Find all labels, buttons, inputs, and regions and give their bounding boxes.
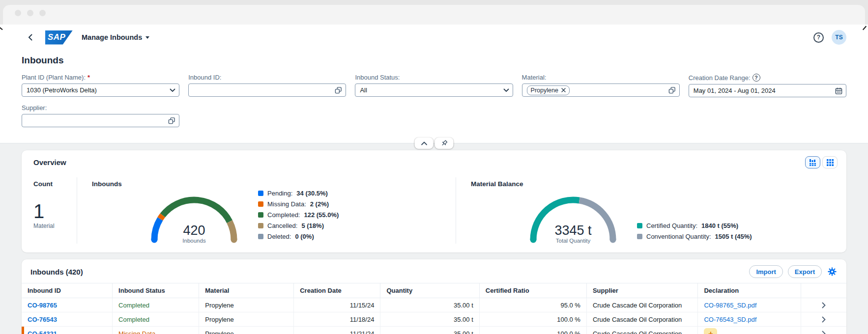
material-balance-gauge-svg: [524, 189, 622, 244]
legend-swatch: [637, 223, 642, 228]
legend-item: Pending: 34 (30.5%): [258, 188, 339, 198]
supplier-cell: Crude Cascade Oil Corporation: [586, 298, 698, 312]
back-button[interactable]: [24, 31, 36, 44]
filter-supplier-label: Supplier:: [22, 104, 179, 111]
pin-filter-button[interactable]: [435, 138, 454, 149]
calendar-icon[interactable]: [835, 87, 842, 94]
filter-material: Material: Propylene: [522, 74, 680, 97]
question-circle-icon[interactable]: ?: [752, 74, 760, 82]
legend-swatch: [258, 201, 263, 207]
creation-date-cell: 11/15/24: [294, 298, 380, 312]
gear-icon: [828, 267, 837, 276]
inbound-id-link[interactable]: CO-98765: [28, 302, 57, 309]
legend-swatch: [258, 223, 263, 228]
page-title: Inbounds: [22, 55, 846, 66]
material-token-label: Propylene: [531, 87, 558, 94]
chart-table-icon: [809, 159, 817, 166]
inbound-id-link[interactable]: CO-54321: [28, 330, 57, 334]
window-controls[interactable]: [15, 10, 46, 16]
creation-date-value: May 01, 2024 - Aug 01, 2024: [694, 87, 776, 94]
material-balance-donut-gauge: 3345 t Total Quantity: [524, 189, 622, 244]
chart-view-toggle[interactable]: [805, 156, 820, 168]
creation-date-cell: 11/18/24: [294, 312, 380, 327]
chevron-down-icon: [170, 88, 175, 92]
view-toggle: [805, 156, 838, 168]
avatar[interactable]: TS: [832, 30, 846, 45]
column-header[interactable]: Supplier: [586, 283, 698, 298]
quantity-cell: 35.00 t: [380, 327, 479, 334]
column-header[interactable]: Quantity: [380, 283, 479, 298]
settings-button[interactable]: [827, 266, 838, 277]
legend-swatch: [258, 234, 263, 239]
window-dot[interactable]: [15, 10, 21, 16]
inbounds-chart-title: Inbounds: [92, 180, 456, 188]
filter-bar: Inbounds Plant ID (Plant Name): * 1030 (…: [0, 50, 868, 143]
help-button[interactable]: ?: [813, 32, 824, 43]
legend-item: Deleted: 0 (0%): [258, 231, 339, 242]
inbound-id-input[interactable]: [188, 84, 346, 97]
app-title-menu[interactable]: Manage Inbounds: [82, 33, 149, 41]
legend-item: Missing Data: 2 (2%): [258, 198, 339, 209]
legend-value: 34 (30.5%): [296, 190, 328, 197]
plant-select[interactable]: 1030 (PetroWorks Delta): [22, 84, 179, 97]
table-body: CO-98765CompletedPropylene11/15/2435.00 …: [22, 298, 846, 334]
declaration-link[interactable]: CO-98765_SD.pdf: [704, 302, 756, 309]
supplier-cell: Crude Cascade Oil Corporation: [586, 327, 698, 334]
export-button[interactable]: Export: [788, 265, 822, 278]
column-header[interactable]: Declaration: [698, 283, 801, 298]
inbound-status-select[interactable]: All: [355, 84, 513, 97]
legend-value: 122 (55.0%): [304, 211, 339, 219]
row-navigation-chevron[interactable]: [807, 331, 840, 334]
value-help-icon[interactable]: [668, 86, 676, 94]
count-kpi: Count 1 Material: [33, 174, 77, 244]
token-remove-icon[interactable]: [561, 88, 566, 92]
grid-icon: [827, 159, 834, 166]
value-help-icon[interactable]: [335, 86, 342, 94]
creation-date-input[interactable]: May 01, 2024 - Aug 01, 2024: [689, 84, 846, 97]
legend-swatch: [637, 234, 642, 239]
collapse-filter-button[interactable]: [415, 138, 434, 149]
count-kpi-sub: Material: [33, 223, 77, 229]
column-header[interactable]: Inbound ID: [22, 283, 113, 298]
column-header[interactable]: [801, 283, 846, 298]
sap-logo-text: SAP: [48, 32, 65, 42]
filter-material-label: Material:: [522, 74, 680, 81]
table-row[interactable]: CO-76543CompletedPropylene11/18/2435.00 …: [22, 312, 846, 327]
legend-item: Certified Quantity: 1840 t (55%): [637, 220, 752, 231]
value-help-icon[interactable]: [168, 117, 175, 124]
count-kpi-label: Count: [33, 180, 77, 188]
row-navigation-chevron[interactable]: [807, 302, 840, 308]
supplier-cell: Crude Cascade Oil Corporation: [586, 312, 698, 327]
legend-swatch: [258, 191, 263, 196]
inbound-id-link[interactable]: CO-76543: [28, 316, 57, 323]
column-header[interactable]: Inbound Status: [113, 283, 199, 298]
material-multi-input[interactable]: Propylene: [522, 84, 680, 97]
column-header[interactable]: Creation Date: [294, 283, 380, 298]
filter-inbound-id-label: Inbound ID:: [188, 74, 346, 81]
sap-logo: SAP: [45, 30, 73, 45]
add-declaration-button[interactable]: +: [704, 328, 717, 334]
table-row[interactable]: CO-54321Missing DataPropylene11/21/2435.…: [22, 327, 846, 334]
certified-ratio-cell: 100.0 %: [479, 312, 586, 327]
column-header[interactable]: Certified Ratio: [479, 283, 586, 298]
table-view-toggle[interactable]: [822, 156, 838, 168]
inbounds-table-title: Inbounds (420): [30, 268, 83, 276]
inbounds-gauge-svg: [145, 189, 243, 244]
window-dot[interactable]: [27, 10, 33, 16]
window-dot[interactable]: [39, 10, 46, 16]
column-header[interactable]: Material: [199, 283, 294, 298]
inbounds-table: Inbound IDInbound StatusMaterialCreation…: [22, 283, 846, 334]
pin-icon: [440, 139, 448, 147]
import-button[interactable]: Import: [749, 265, 782, 278]
material-cell: Propylene: [199, 298, 294, 312]
legend-swatch: [258, 212, 263, 218]
declaration-link[interactable]: CO-76543_SD.pdf: [704, 316, 756, 323]
app-title-label: Manage Inbounds: [82, 33, 142, 41]
supplier-input[interactable]: [22, 114, 179, 127]
table-row[interactable]: CO-98765CompletedPropylene11/15/2435.00 …: [22, 298, 846, 312]
row-navigation-chevron[interactable]: [807, 316, 840, 323]
required-asterisk: *: [87, 74, 90, 81]
filter-plant: Plant ID (Plant Name): * 1030 (PetroWork…: [22, 74, 179, 97]
legend-item: Cancelled: 5 (18%): [258, 220, 339, 231]
material-token[interactable]: Propylene: [527, 85, 570, 95]
